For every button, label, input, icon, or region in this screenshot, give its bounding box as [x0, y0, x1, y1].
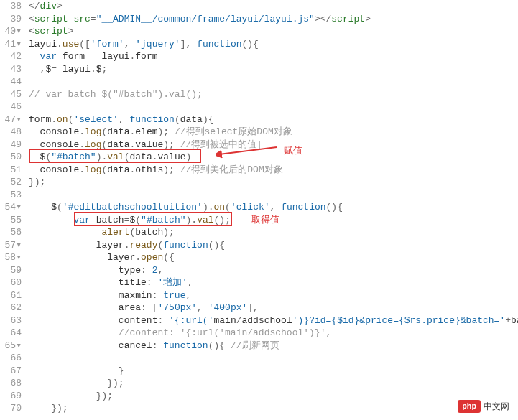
code-line: var form = layui.form — [29, 50, 518, 63]
line-number: 66 — [0, 352, 22, 365]
line-number: 49 — [0, 139, 22, 151]
line-number: 53 — [0, 189, 22, 202]
line-number: 70 — [0, 402, 22, 415]
line-number: 57▾ — [0, 239, 22, 252]
code-line: <script src="__ADMIN__/common/frame/layu… — [29, 13, 518, 26]
annotation-arrow — [216, 141, 280, 167]
line-number: 47▾ — [0, 113, 22, 126]
code-line: alert(batch); — [29, 226, 518, 239]
code-editor: 38 39 40▾41▾42 43 44 45 46 47▾48 49 50 5… — [0, 0, 518, 415]
line-number: 67 — [0, 365, 22, 378]
line-number: 48 — [0, 126, 22, 139]
line-number: 59 — [0, 264, 22, 277]
svg-line-0 — [219, 147, 277, 154]
line-number: 69 — [0, 390, 22, 403]
code-line: <script> — [29, 25, 518, 38]
code-line: }); — [29, 377, 518, 390]
code-line: content: '{:url('main/addschool')}?id={$… — [29, 314, 518, 327]
code-line — [29, 101, 518, 113]
code-line — [29, 189, 518, 202]
code-line: //content: '{:url('main/addschool')}', — [29, 327, 518, 340]
line-number: 39 — [0, 13, 22, 26]
code-line: </div> — [29, 0, 518, 13]
line-number: 44 — [0, 75, 22, 88]
code-line: }); — [29, 176, 518, 189]
line-number: 58▾ — [0, 251, 22, 264]
line-number: 43 — [0, 63, 22, 76]
line-number: 40▾ — [0, 25, 22, 38]
code-line: }); — [29, 390, 518, 403]
code-line: // var batch=$("#batch").val(); — [29, 88, 518, 101]
line-number: 63 — [0, 314, 22, 327]
line-number: 38 — [0, 0, 22, 13]
annotation-getvalue-label: 取得值 — [251, 213, 279, 226]
annotation-assign-label: 赋值 — [284, 144, 302, 157]
code-line: form.on('select', function(data){ — [29, 113, 518, 126]
line-number: 60 — [0, 276, 22, 289]
logo-text: 中文网 — [484, 401, 509, 413]
code-line: }); — [29, 402, 518, 415]
code-line: ,$= layui.$; — [29, 63, 518, 76]
line-number: 54▾ — [0, 201, 22, 214]
watermark-logo: php 中文网 — [458, 400, 509, 413]
code-line: cancel: function(){ //刷新网页 — [29, 340, 518, 353]
line-number: 50 — [0, 151, 22, 164]
code-line: } — [29, 365, 518, 378]
code-line: type: 2, — [29, 264, 518, 277]
line-number: 61 — [0, 289, 22, 302]
code-line: area: ['750px', '400px'], — [29, 302, 518, 314]
line-number: 65▾ — [0, 340, 22, 353]
code-line: title: '增加', — [29, 276, 518, 289]
code-line: maxmin: true, — [29, 289, 518, 302]
code-line — [29, 75, 518, 88]
line-number: 52 — [0, 176, 22, 189]
line-number: 55 — [0, 214, 22, 227]
line-number: 41▾ — [0, 38, 22, 51]
line-number: 68 — [0, 377, 22, 390]
line-number: 45 — [0, 88, 22, 101]
code-line: console.log(data.elem); //得到select原始DOM对… — [29, 126, 518, 139]
line-number: 46 — [0, 101, 22, 113]
line-number: 56 — [0, 226, 22, 239]
logo-badge: php — [458, 400, 481, 413]
code-line — [29, 352, 518, 365]
code-line: layer.open({ — [29, 251, 518, 264]
code-line: layui.use(['form', 'jquery'], function()… — [29, 38, 518, 51]
line-number: 62 — [0, 302, 22, 314]
line-number: 64 — [0, 327, 22, 340]
line-number-gutter: 38 39 40▾41▾42 43 44 45 46 47▾48 49 50 5… — [0, 0, 26, 415]
code-line: $('#editbatchschooltuition').on('click',… — [29, 201, 518, 214]
code-area: </div><script src="__ADMIN__/common/fram… — [26, 0, 518, 415]
line-number: 42 — [0, 50, 22, 63]
code-line: layer.ready(function(){ — [29, 239, 518, 252]
line-number: 51 — [0, 164, 22, 177]
